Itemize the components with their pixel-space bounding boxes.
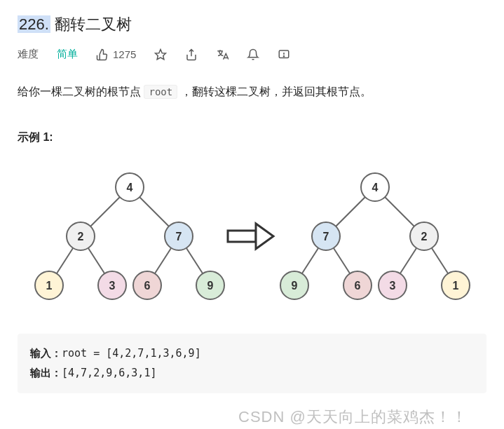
output-value: [4,7,2,9,6,3,1] xyxy=(62,367,156,379)
desc-code: root xyxy=(144,85,177,99)
tree-diagram: .nd { stroke:#666; stroke-width:2; } .tx… xyxy=(18,159,486,316)
problem-description: 给你一棵二叉树的根节点 root ，翻转这棵二叉树，并返回其根节点。 xyxy=(18,82,486,102)
svg-text:4: 4 xyxy=(127,181,133,193)
problem-number: 226. xyxy=(18,15,50,33)
notify-button[interactable] xyxy=(247,48,259,61)
watermark: CSDN @天天向上的菜鸡杰！！ xyxy=(238,407,468,407)
feedback-button[interactable] xyxy=(278,48,290,61)
right-tree: 4 7 2 9 6 3 1 xyxy=(280,173,470,299)
thumbs-up-icon xyxy=(96,48,109,61)
like-count: 1275 xyxy=(113,48,136,60)
svg-text:6: 6 xyxy=(144,279,151,291)
svg-text:9: 9 xyxy=(292,279,298,291)
svg-text:7: 7 xyxy=(323,230,329,242)
svg-text:2: 2 xyxy=(78,230,84,242)
translate-icon xyxy=(216,48,229,61)
svg-text:4: 4 xyxy=(372,181,379,193)
feedback-icon xyxy=(278,48,290,61)
input-value: root = [4,2,7,1,3,6,9] xyxy=(62,347,201,360)
desc-post: ，翻转这棵二叉树，并返回其根节点。 xyxy=(181,86,372,97)
example-output-line: 输出：[4,7,2,9,6,3,1] xyxy=(30,363,474,383)
example-input-line: 输入：root = [4,2,7,1,3,6,9] xyxy=(30,343,474,364)
meta-bar: 难度 简单 1275 xyxy=(18,48,486,61)
share-button[interactable] xyxy=(185,48,198,61)
left-tree: 4 2 7 1 3 6 9 xyxy=(35,173,224,299)
arrow-icon xyxy=(228,224,273,249)
bell-icon xyxy=(247,48,259,61)
svg-text:3: 3 xyxy=(390,279,396,291)
svg-text:7: 7 xyxy=(176,230,182,242)
desc-pre: 给你一棵二叉树的根节点 xyxy=(18,86,144,97)
translate-button[interactable] xyxy=(216,48,229,61)
svg-text:9: 9 xyxy=(207,279,214,291)
difficulty-value: 简单 xyxy=(57,48,78,61)
svg-marker-0 xyxy=(156,49,166,59)
difficulty-label: 难度 xyxy=(18,48,39,61)
svg-text:6: 6 xyxy=(355,279,361,291)
example-code-block: 输入：root = [4,2,7,1,3,6,9] 输出：[4,7,2,9,6,… xyxy=(18,334,486,393)
svg-rect-24 xyxy=(228,231,256,242)
svg-text:1: 1 xyxy=(46,279,53,291)
star-icon xyxy=(154,48,167,61)
svg-point-3 xyxy=(284,55,285,56)
favorite-button[interactable] xyxy=(154,48,167,61)
input-label: 输入： xyxy=(30,347,62,360)
like-button[interactable]: 1275 xyxy=(96,48,136,61)
svg-marker-25 xyxy=(256,224,273,249)
example-label: 示例 1: xyxy=(18,130,486,145)
svg-text:3: 3 xyxy=(109,279,116,291)
output-label: 输出： xyxy=(30,367,62,379)
problem-title: 226. 翻转二叉树 xyxy=(18,14,486,35)
share-icon xyxy=(185,48,198,61)
svg-text:1: 1 xyxy=(453,279,459,291)
problem-name: 翻转二叉树 xyxy=(55,15,132,33)
svg-text:2: 2 xyxy=(421,230,428,242)
